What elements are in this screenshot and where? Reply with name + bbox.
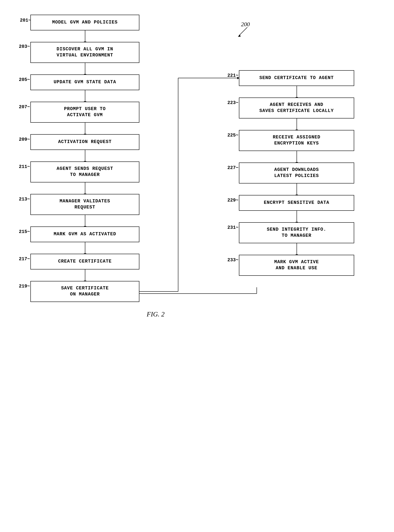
- arrow-211-213: [85, 182, 85, 194]
- box-229: ENCRYPT SENSITIVE DATA: [239, 195, 354, 211]
- label-201: 201~: [20, 18, 31, 23]
- arrow-209-211: [85, 150, 85, 162]
- box-225: RECEIVE ASSIGNEDENCRYPTION KEYS: [239, 130, 354, 151]
- box-215: MARK GVM AS ACTIVATED: [30, 226, 139, 242]
- arrow-225-227: [296, 151, 297, 163]
- label-223: 223~: [227, 100, 238, 105]
- svg-line-0: [239, 27, 247, 36]
- box-219: SAVE CERTIFICATEON MANAGER: [30, 281, 139, 302]
- label-207: 207~: [19, 105, 30, 110]
- arrow-207-209: [85, 123, 85, 134]
- label-219: 219~: [19, 284, 30, 289]
- arrow-229-231: [296, 211, 297, 222]
- box-209: ACTIVATION REQUEST: [30, 134, 139, 150]
- label-211: 211~: [19, 164, 30, 169]
- box-205: UPDATE GVM STATE DATA: [30, 74, 139, 90]
- arrow-223-225: [296, 118, 297, 130]
- label-203: 203~: [19, 44, 30, 49]
- diagram-number-arrow: [237, 25, 249, 38]
- arrow-213-215: [85, 215, 85, 226]
- box-203: DISCOVER ALL GVM INVIRTUAL ENVIRONMENT: [30, 42, 139, 63]
- box-223: AGENT RECEIVES ANDSAVES CERTIFICATE LOCA…: [239, 98, 354, 118]
- label-213: 213~: [19, 197, 30, 202]
- connector-219-221: [139, 287, 269, 304]
- label-231: 231~: [227, 225, 238, 230]
- box-211: AGENT SENDS REQUESTTO MANAGER: [30, 162, 139, 182]
- label-233: 233~: [227, 258, 238, 263]
- arrow-203-205: [85, 63, 85, 74]
- label-221: 221~: [227, 73, 238, 78]
- arrow-227-229: [296, 184, 297, 195]
- box-231: SEND INTEGRITY INFO.TO MANAGER: [239, 222, 354, 243]
- label-215: 215~: [19, 229, 30, 234]
- box-207: PROMPT USER TOACTIVATE GVM: [30, 102, 139, 123]
- label-205: 205~: [19, 77, 30, 82]
- svg-marker-1: [238, 35, 241, 37]
- box-201: MODEL GVM AND POLICIES: [30, 15, 139, 30]
- diagram-container: 200 201~ MODEL GVM AND POLICIES 203~ DIS…: [0, 0, 394, 532]
- fig-label: FIG. 2: [147, 310, 165, 318]
- box-221: SEND CERTIFICATE TO AGENT: [239, 70, 354, 86]
- box-217: CREATE CERTIFICATE: [30, 254, 139, 269]
- box-233: MARK GVM ACTIVEAND ENABLE USE: [239, 255, 354, 276]
- box-227: AGENT DOWNLOADSLATEST POLICIES: [239, 163, 354, 184]
- arrow-217-219: [85, 269, 85, 281]
- label-217: 217~: [19, 257, 30, 262]
- arrow-215-217: [85, 242, 85, 254]
- arrow-205-207: [85, 90, 85, 102]
- arrow-221-223: [296, 86, 297, 98]
- arrow-201-203: [85, 30, 85, 42]
- label-227: 227~: [227, 165, 238, 170]
- label-225: 225~: [227, 133, 238, 138]
- label-209: 209~: [19, 137, 30, 142]
- label-229: 229~: [227, 198, 238, 203]
- box-213: MANAGER VALIDATESREQUEST: [30, 194, 139, 215]
- arrow-231-233: [296, 243, 297, 255]
